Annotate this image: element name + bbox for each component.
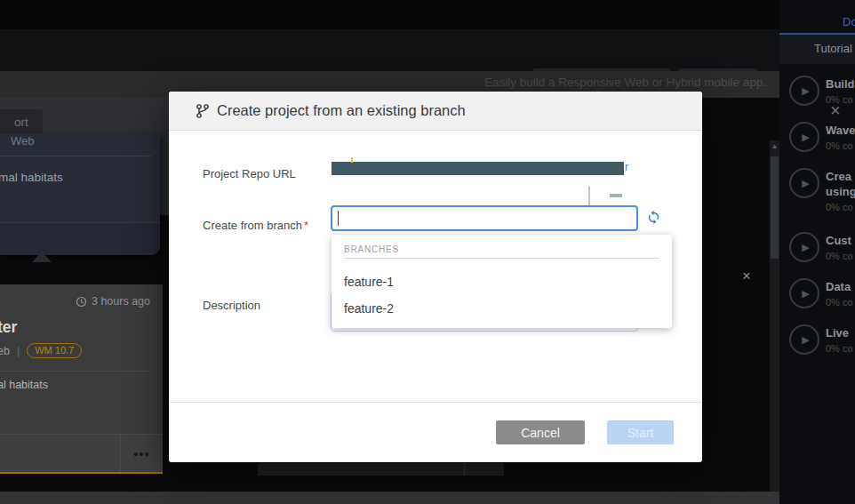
- branch-label: Create from branch*: [203, 219, 308, 232]
- time-ago-text: 3 hours ago: [92, 295, 150, 308]
- text-cursor: [338, 211, 339, 226]
- tutorial-text: Wave 0% co: [826, 122, 855, 152]
- tutorial-item[interactable]: ▶ Build 0% co: [789, 76, 855, 106]
- play-icon[interactable]: ▶: [789, 278, 819, 308]
- tutorial-text: Live 0% co: [826, 324, 855, 355]
- dialog-close-icon[interactable]: ×: [830, 101, 841, 119]
- project-platform: eb: [0, 345, 10, 357]
- main-scrollbar[interactable]: ▲: [770, 140, 779, 492]
- tutorial-item[interactable]: ▶ Live 0% co: [789, 324, 855, 355]
- screen: emplate Bundles Manage Deployed Apps Tea…: [0, 0, 855, 504]
- tutorial-item[interactable]: ▶ Data 0% co: [789, 278, 855, 308]
- popover-divider: [0, 156, 151, 156]
- sidebar-tab-bar: Tutorial: [779, 35, 855, 64]
- tooltip-stem-line: [588, 187, 590, 207]
- tutorial-progress: 0% co: [826, 343, 855, 354]
- top-header-bar: [0, 0, 779, 29]
- branch-label-text: Create from branch: [203, 219, 302, 232]
- tutorial-text: Crea using 0% co: [826, 168, 855, 212]
- card-footer: •••: [0, 434, 163, 472]
- play-icon[interactable]: ▶: [789, 76, 819, 106]
- play-icon[interactable]: ▶: [789, 232, 819, 262]
- play-glyph: ▶: [802, 85, 809, 97]
- repo-url-selection-mark: [351, 157, 353, 163]
- play-glyph: ▶: [802, 288, 809, 300]
- tutorial-item[interactable]: ▶ Crea using 0% co: [789, 168, 855, 212]
- project-card: 3 hours ago ter eb | WM 10.7 al habitats…: [0, 284, 163, 474]
- card-divider: [0, 371, 151, 372]
- tab-tutorial[interactable]: Tutorial: [814, 42, 852, 55]
- play-icon[interactable]: ▶: [789, 324, 819, 355]
- repo-url-tail-char: r: [625, 161, 628, 173]
- hero-subtitle: Easily build a Responsive Web or Hybrid …: [484, 76, 751, 89]
- toolbar-divider: [464, 463, 465, 476]
- play-glyph: ▶: [802, 178, 809, 189]
- tutorial-item[interactable]: ▶ Cust 0% co: [789, 232, 855, 262]
- scrollbar-thumb[interactable]: [771, 156, 779, 259]
- tutorial-progress: 0% co: [826, 251, 855, 261]
- docs-link[interactable]: Do: [843, 15, 855, 28]
- popover-footer: [0, 223, 160, 255]
- tutorial-title: Build: [826, 76, 855, 92]
- branch-input[interactable]: [331, 205, 638, 231]
- popover-item-habitats[interactable]: mal habitats: [0, 171, 63, 184]
- scrollbar-up-arrow[interactable]: ▲: [770, 142, 779, 150]
- tutorial-title: Live: [826, 325, 855, 340]
- tutorial-title: Wave: [826, 123, 855, 138]
- dropdown-option-feature-2[interactable]: feature-2: [332, 296, 672, 321]
- version-badge: WM 10.7: [27, 343, 82, 358]
- required-asterisk: *: [304, 219, 308, 232]
- background-toolbar-fragment: [258, 463, 504, 476]
- tutorial-progress: 0% co: [826, 297, 855, 308]
- play-glyph: ▶: [802, 334, 809, 346]
- project-description: al habitats: [0, 379, 48, 391]
- cancel-button[interactable]: Cancel: [496, 420, 585, 444]
- play-icon[interactable]: ▶: [789, 122, 819, 152]
- tooltip-dash: [610, 194, 622, 197]
- tutorial-sidebar: Do Tutorial ▶ Build 0% co ▶ Wave 0% co ▶…: [779, 0, 855, 504]
- tutorial-title: Cust: [826, 233, 855, 248]
- refresh-icon: [646, 210, 661, 225]
- create-project-dialog: Create project from an existing branch ×…: [169, 92, 702, 462]
- tutorial-text: Data 0% co: [826, 278, 855, 308]
- clock-icon: [76, 296, 87, 308]
- play-icon[interactable]: ▶: [789, 168, 819, 198]
- tutorial-title: Crea using: [826, 169, 855, 199]
- dropdown-option-feature-1[interactable]: feature-1: [332, 269, 672, 294]
- dialog-header: Create project from an existing branch ×: [169, 92, 702, 131]
- tutorial-progress: 0% co: [826, 140, 855, 151]
- dropdown-divider: [344, 258, 659, 259]
- panel-close-icon[interactable]: ×: [742, 268, 751, 284]
- description-label: Description: [203, 299, 260, 312]
- dialog-footer: Cancel Start: [169, 402, 702, 462]
- play-glyph: ▶: [802, 132, 809, 143]
- card-more-menu-button[interactable]: •••: [120, 435, 163, 473]
- branches-dropdown: BRANCHES feature-1 feature-2: [332, 235, 672, 328]
- start-button[interactable]: Start: [607, 420, 674, 444]
- project-title: ter: [0, 318, 17, 337]
- tutorial-title: Data: [826, 279, 855, 294]
- play-glyph: ▶: [802, 242, 809, 253]
- platform-popover: Web mal habitats: [0, 133, 160, 255]
- card-pointer-arrow: [32, 252, 52, 262]
- import-button[interactable]: ort: [0, 109, 43, 134]
- git-branch-icon: [196, 103, 210, 119]
- last-modified-time: 3 hours ago: [76, 295, 150, 308]
- repo-url-label: Project Repo URL: [203, 167, 296, 180]
- meta-separator: |: [17, 345, 20, 357]
- tutorial-item[interactable]: ▶ Wave 0% co: [789, 122, 855, 152]
- secondary-nav-bar: emplate Bundles Manage Deployed Apps Tea…: [0, 29, 779, 71]
- refresh-branches-button[interactable]: [645, 210, 661, 226]
- dropdown-group-header: BRANCHES: [344, 244, 399, 254]
- page-footer-strip: [0, 492, 855, 504]
- tutorial-text: Cust 0% co: [826, 232, 855, 262]
- tutorial-progress: 0% co: [826, 202, 855, 212]
- dialog-title: Create project from an existing branch: [217, 102, 466, 119]
- repo-url-selected-value: [332, 162, 624, 175]
- project-meta: eb | WM 10.7: [0, 343, 82, 358]
- popover-item-web[interactable]: Web: [11, 134, 35, 148]
